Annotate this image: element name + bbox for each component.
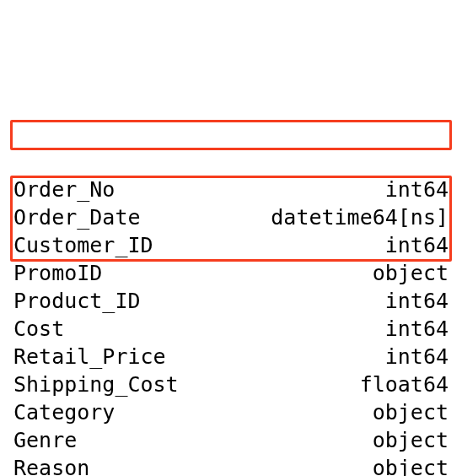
highlight-box (10, 120, 452, 150)
column-dtype: int64 (385, 231, 449, 259)
column-name: PromoID (13, 259, 102, 287)
column-dtype: float64 (360, 371, 449, 398)
dtype-row: Order_Noint64 (13, 176, 449, 203)
column-dtype: int64 (385, 343, 449, 371)
dtype-row: Categoryobject (13, 398, 449, 426)
column-dtype: object (373, 398, 449, 426)
dtype-row: Reasonobject (13, 454, 449, 476)
dtype-row: Customer_IDint64 (13, 231, 449, 259)
dtype-row: Product_IDint64 (13, 287, 449, 315)
column-dtype: int64 (385, 315, 449, 343)
dtype-row: Shipping_Costfloat64 (13, 371, 449, 398)
column-name: Product_ID (13, 287, 141, 315)
column-dtype: object (373, 426, 449, 454)
dtype-output-container: Order_Noint64Order_Datedatetime64[ns]Cus… (13, 120, 449, 476)
dtype-row: Costint64 (13, 315, 449, 343)
dtype-row: Retail_Priceint64 (13, 343, 449, 371)
column-dtype: datetime64[ns] (271, 203, 449, 231)
dtype-row: PromoIDobject (13, 259, 449, 287)
column-dtype: int64 (385, 176, 449, 203)
column-name: Order_No (13, 176, 115, 203)
column-name: Customer_ID (13, 231, 153, 259)
column-name: Shipping_Cost (13, 371, 179, 398)
dtype-row: Order_Datedatetime64[ns] (13, 203, 449, 231)
column-dtype: int64 (385, 287, 449, 315)
column-name: Reason (13, 454, 89, 476)
column-name: Order_Date (13, 203, 141, 231)
column-dtype: object (373, 259, 449, 287)
column-name: Cost (13, 315, 64, 343)
column-name: Genre (13, 426, 77, 454)
column-dtype: object (373, 454, 449, 476)
column-name: Category (13, 398, 115, 426)
column-name: Retail_Price (13, 343, 166, 371)
dtype-row: Genreobject (13, 426, 449, 454)
